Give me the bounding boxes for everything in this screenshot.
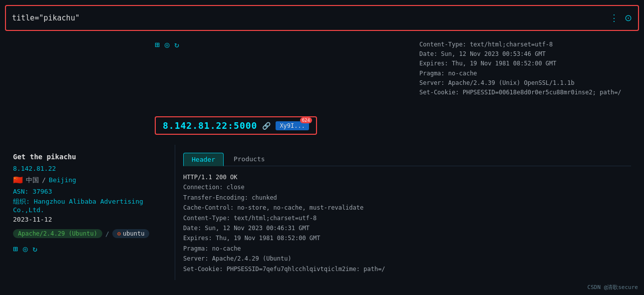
org-label: 组织: (13, 198, 30, 205)
token-badge[interactable]: Xy9I... 624 (276, 121, 309, 130)
tab-bar: Header Products (183, 153, 631, 166)
link-icon: 🔗 (262, 122, 271, 130)
refresh-icon[interactable]: ↻ (174, 40, 179, 49)
ubuntu-icon: ⚙ (117, 230, 121, 237)
asn-field: ASN: 37963 (13, 188, 167, 195)
tab-products[interactable]: Products (226, 153, 273, 166)
screenshot-icon-bottom[interactable]: ⊞ (13, 244, 18, 254)
header-line: Pragma: no-cache (419, 69, 639, 78)
target-icon[interactable]: ◎ (165, 40, 170, 49)
country-name: 中国 (26, 176, 39, 185)
tag-separator: / (105, 230, 109, 238)
header-line: Expires: Thu, 19 Nov 1981 08:52:00 GMT (419, 59, 639, 68)
card-left-panel: Get the pikachu 8.142.81.22 🇨🇳 中国 / Beij… (5, 145, 175, 280)
city-link[interactable]: Beijing (49, 176, 76, 184)
refresh-icon-bottom[interactable]: ↻ (32, 244, 37, 254)
http-status-line: HTTP/1.1 200 OK (183, 172, 631, 182)
bottom-result-card: Get the pikachu 8.142.81.22 🇨🇳 中国 / Beij… (5, 145, 639, 280)
tab-header[interactable]: Header (183, 153, 224, 166)
header-line: Content-Type: text/html;charset=utf-8 (419, 40, 639, 49)
header-line: Date: Sun, 12 Nov 2023 00:53:46 GMT (419, 49, 639, 59)
token-text: Xy9I... (280, 122, 305, 129)
tag-ubuntu[interactable]: ⚙ ubuntu (112, 229, 150, 238)
asn-value[interactable]: 37963 (32, 188, 52, 195)
header-server: Server: Apache/2.4.29 (Ubuntu) (183, 254, 631, 264)
country-flag: 🇨🇳 (13, 175, 23, 185)
token-count: 624 (300, 117, 312, 123)
card-date: 2023-11-12 (13, 216, 167, 223)
search-bar[interactable]: title="pikachu" ⋮ ⊙ (5, 5, 639, 31)
location-sep: / (42, 176, 46, 184)
target-icon-bottom[interactable]: ◎ (23, 244, 28, 254)
search-input[interactable]: title="pikachu" (12, 13, 610, 22)
card-action-icons: ⊞ ◎ ↻ (13, 244, 167, 254)
org-value[interactable]: Hangzhou Alibaba Advertising Co.,Ltd. (13, 198, 143, 214)
tag-apache[interactable]: Apache/2.4.29 (Ubuntu) (13, 229, 102, 238)
card-title: Get the pikachu (13, 153, 167, 161)
more-options-button[interactable]: ⋮ (610, 12, 619, 23)
header-content-type: Content-Type: text/html;charset=utf-8 (183, 213, 631, 223)
ip-address[interactable]: 8.142.81.22:5000 (163, 120, 257, 131)
ip-highlight-box: 8.142.81.22:5000 🔗 Xy9I... 624 (155, 116, 317, 135)
header-expires: Expires: Thu, 19 Nov 1981 08:52:00 GMT (183, 233, 631, 243)
top-http-headers: Content-Type: text/html;charset=utf-8 Da… (419, 40, 639, 97)
tab-products-label: Products (234, 155, 265, 163)
card-ip-link[interactable]: 8.142.81.22 (13, 165, 167, 172)
header-date: Date: Sun, 12 Nov 2023 00:46:31 GMT (183, 223, 631, 233)
header-setcookie: Set-Cookie: PHPSESSID=7qefu7qhlcchlqivtq… (183, 264, 631, 274)
card-location: 🇨🇳 中国 / Beijing (13, 175, 167, 185)
search-button[interactable]: ⊙ (625, 12, 632, 23)
search-actions: ⋮ ⊙ (610, 12, 632, 23)
header-connection: Connection: close (183, 182, 631, 192)
screenshot-icon[interactable]: ⊞ (155, 40, 160, 49)
ubuntu-label: ubuntu (123, 230, 144, 237)
watermark: CSDN @清歌secure (588, 284, 638, 291)
header-cache: Cache-Control: no-store, no-cache, must-… (183, 203, 631, 213)
header-line: Set-Cookie: PHPSESSID=00618e8d0r0er5cu88… (419, 88, 639, 97)
asn-label: ASN: (13, 188, 28, 195)
header-transfer: Transfer-Encoding: chunked (183, 193, 631, 203)
http-response-panel: HTTP/1.1 200 OK Connection: close Transf… (183, 172, 631, 274)
top-result-card: ⊞ ◎ ↻ Content-Type: text/html;charset=ut… (155, 40, 639, 100)
header-line: Server: Apache/2.4.39 (Unix) OpenSSL/1.1… (419, 78, 639, 88)
header-pragma: Pragma: no-cache (183, 244, 631, 254)
tab-header-label: Header (192, 156, 215, 163)
card-tags: Apache/2.4.29 (Ubuntu) / ⚙ ubuntu (13, 229, 167, 238)
org-field: 组织: Hangzhou Alibaba Advertising Co.,Ltd… (13, 197, 167, 214)
card-right-panel: Header Products HTTP/1.1 200 OK Connecti… (175, 145, 639, 280)
